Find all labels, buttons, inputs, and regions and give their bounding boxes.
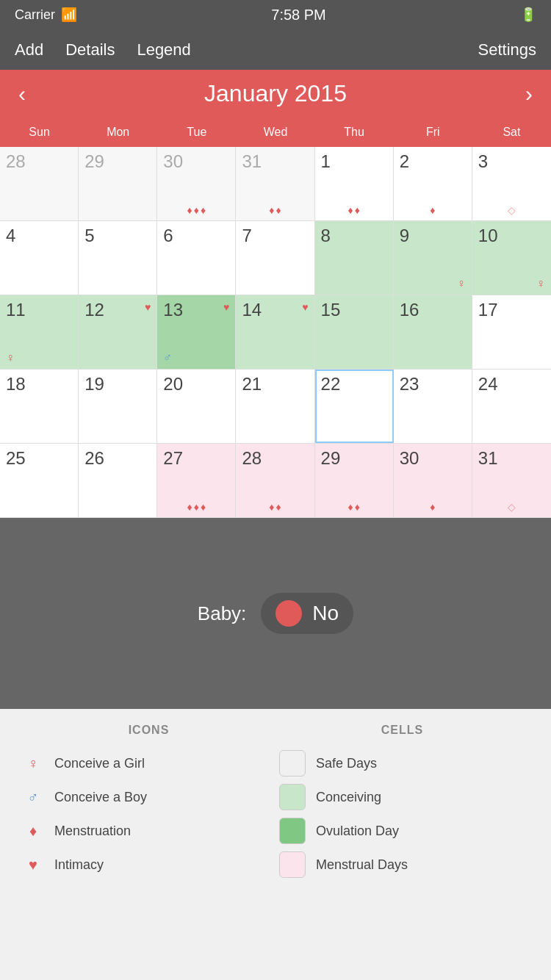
blood-drop-light: ◇: [472, 501, 551, 513]
legend-cell-box: [279, 818, 306, 844]
dow-label: Fri: [394, 118, 472, 147]
day-number: 5: [84, 226, 94, 245]
legend-cell-row: Menstrual Days: [279, 851, 529, 878]
calendar-cell[interactable]: 10♀: [472, 221, 551, 295]
calendar-cell[interactable]: 7: [236, 221, 314, 295]
blood-drop-icon: ♦: [276, 501, 281, 513]
calendar-row: 282930♦♦♦31♦♦1♦♦2♦3◇: [0, 147, 551, 221]
calendar-cell[interactable]: 30♦: [394, 444, 472, 517]
calendar-cell[interactable]: 6: [157, 221, 236, 295]
blood-drop-icon: ♦: [347, 501, 353, 513]
calendar-cell[interactable]: 22: [315, 370, 394, 443]
prev-month-button[interactable]: ‹: [18, 82, 26, 107]
day-of-week-header: SunMonTueWedThuFriSat: [0, 118, 551, 147]
settings-button[interactable]: Settings: [478, 40, 537, 60]
legend-icon-label: Intimacy: [54, 857, 104, 873]
baby-toggle[interactable]: No: [261, 593, 353, 634]
calendar-cell[interactable]: 24: [472, 370, 551, 443]
day-number: 9: [400, 226, 409, 245]
calendar-cell[interactable]: 29: [79, 147, 157, 220]
legend-symbol-icon: ♀: [22, 755, 44, 772]
calendar-cell[interactable]: 3◇: [472, 147, 551, 220]
icons-title: ICONS: [22, 724, 276, 737]
wifi-icon: 📶: [61, 7, 77, 23]
calendar-cell[interactable]: 5: [79, 221, 157, 295]
heart-icon: ♥: [145, 301, 151, 313]
next-month-button[interactable]: ›: [525, 82, 533, 107]
calendar-cell[interactable]: 28: [0, 147, 79, 220]
calendar-cell[interactable]: 17: [472, 295, 551, 369]
blood-drop-light: ◇: [472, 204, 551, 216]
month-title: January 2015: [204, 80, 347, 107]
day-number: 7: [242, 226, 251, 245]
legend-symbol-icon: ♦: [22, 823, 44, 840]
day-number: 10: [478, 226, 498, 245]
day-number: 8: [321, 226, 331, 245]
dow-label: Wed: [236, 118, 314, 147]
day-number: 15: [321, 300, 341, 320]
calendar-cell[interactable]: 31◇: [472, 444, 551, 517]
legend-button[interactable]: Legend: [137, 40, 190, 60]
dow-label: Thu: [315, 118, 394, 147]
calendar-cell[interactable]: 30♦♦♦: [157, 147, 236, 220]
calendar-cell[interactable]: 29♦♦: [315, 444, 394, 517]
calendar-cell[interactable]: 26: [79, 444, 157, 517]
dow-label: Mon: [79, 118, 157, 147]
day-number: 22: [321, 374, 341, 394]
day-number: 2: [400, 151, 409, 171]
blood-drop-icon: ♦: [430, 204, 435, 216]
calendar-cell[interactable]: 13♥♂: [157, 295, 236, 369]
calendar-cell[interactable]: 27♦♦♦: [157, 444, 236, 517]
add-button[interactable]: Add: [15, 40, 43, 60]
details-button[interactable]: Details: [65, 40, 115, 60]
legend-icon-row: ♥Intimacy: [22, 851, 272, 878]
dow-label: Tue: [157, 118, 236, 147]
calendar-cell[interactable]: 28♦♦: [236, 444, 314, 517]
legend-cell-box: [279, 784, 306, 810]
legend-cell-label: Conceiving: [316, 790, 381, 805]
time-display: 7:58 PM: [271, 7, 325, 23]
calendar-cell[interactable]: 16: [394, 295, 472, 369]
legend-icon-row: ♀Conceive a Girl: [22, 750, 272, 777]
calendar-cell[interactable]: 11♀: [0, 295, 79, 369]
blood-drops: ♦♦: [236, 204, 314, 216]
calendar-cell[interactable]: 14♥: [236, 295, 314, 369]
calendar-cell[interactable]: 31♦♦: [236, 147, 314, 220]
calendar-cell[interactable]: 19: [79, 370, 157, 443]
dow-label: Sun: [0, 118, 79, 147]
legend-symbol-icon: ♂: [22, 789, 44, 806]
calendar-cell[interactable]: 1♦♦: [315, 147, 394, 220]
calendar-cell[interactable]: 4: [0, 221, 79, 295]
blood-drop-icon: ♦: [194, 204, 199, 216]
calendar-cell[interactable]: 21: [236, 370, 314, 443]
day-number: 24: [478, 374, 498, 394]
calendar-cell[interactable]: 18: [0, 370, 79, 443]
calendar-cell[interactable]: 23: [394, 370, 472, 443]
blood-drops: ♦: [394, 501, 472, 513]
female-icon: ♀: [6, 351, 15, 364]
day-number: 13: [163, 300, 183, 320]
calendar-cell[interactable]: 9♀: [394, 221, 472, 295]
day-number: 11: [6, 300, 26, 320]
day-number: 29: [84, 151, 104, 171]
legend-icon-row: ♦Menstruation: [22, 818, 272, 844]
calendar-cell[interactable]: 20: [157, 370, 236, 443]
calendar-cell[interactable]: 15: [315, 295, 394, 369]
toggle-dot: [276, 600, 302, 627]
calendar-cell[interactable]: 12♥: [79, 295, 157, 369]
calendar-row: 252627♦♦♦28♦♦29♦♦30♦31◇: [0, 444, 551, 518]
blood-drop-icon: ♦: [355, 501, 360, 513]
calendar-cell[interactable]: 8: [315, 221, 394, 295]
calendar-cell[interactable]: 2♦: [394, 147, 472, 220]
legend-icon-label: Conceive a Girl: [54, 756, 145, 771]
day-number: 28: [242, 448, 262, 468]
day-number: 4: [6, 226, 15, 245]
calendar-row: 456789♀10♀: [0, 221, 551, 295]
blood-drop-icon: ♦: [201, 501, 206, 513]
calendar-cell[interactable]: 25: [0, 444, 79, 517]
day-number: 12: [84, 300, 104, 320]
battery-icon: 🔋: [520, 7, 536, 23]
heart-icon: ♥: [302, 301, 308, 313]
baby-label: Baby:: [198, 602, 247, 625]
day-number: 1: [321, 151, 331, 171]
